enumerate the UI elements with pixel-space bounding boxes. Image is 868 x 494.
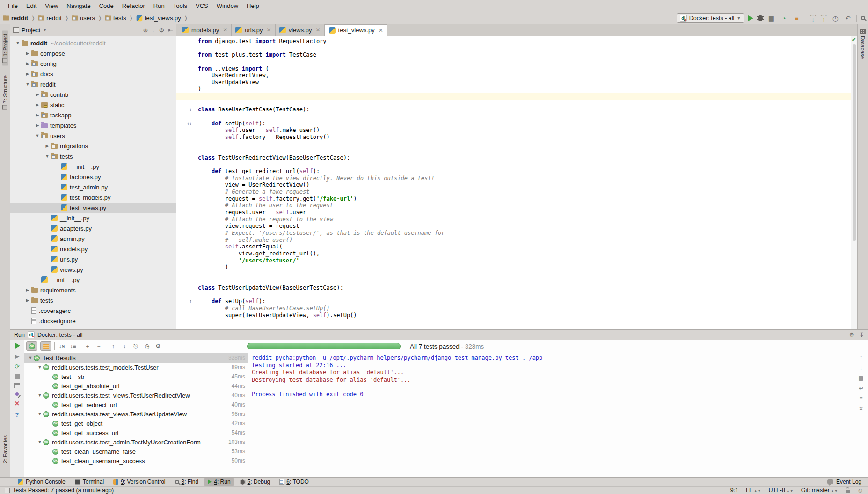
tab-models-py[interactable]: models.py✕	[178, 24, 232, 36]
menu-vcs[interactable]: VCS	[191, 2, 212, 9]
tree-item-urls-py[interactable]: urls.py	[10, 254, 176, 264]
run-button[interactable]	[748, 15, 753, 21]
collapse-all-icon[interactable]: −	[95, 343, 103, 349]
tree-item-docs[interactable]: ▶docs	[10, 69, 176, 79]
test-result-test-clean-username-success[interactable]: OKtest_clean_username_success50ms	[24, 456, 248, 465]
code-line-26[interactable]: request.user = self.user	[176, 209, 851, 216]
tree-item-migrations[interactable]: ▶migrations	[10, 141, 176, 151]
code-line-34[interactable]: )	[176, 264, 851, 271]
tree-item-factories-py[interactable]: factories.py	[10, 172, 176, 182]
tool-window-button-terminal[interactable]: Terminal	[71, 478, 108, 486]
code-line-8[interactable]: )	[176, 86, 851, 93]
tree-item-tests[interactable]: ▶tests	[10, 295, 176, 305]
code-line-37[interactable]: class TestUserUpdateView(BaseUserTestCas…	[176, 284, 851, 291]
vcs-update-button[interactable]: VCS↓	[810, 14, 816, 22]
test-result-reddit-users-tests-test-views-testuserupdateview[interactable]: ▼OKreddit.users.tests.test_views.TestUse…	[24, 409, 248, 419]
tree-collapse-arrow[interactable]: ▼	[44, 154, 51, 159]
tool-window-button-5-debug[interactable]: 5: Debug	[236, 478, 274, 486]
code-line-16[interactable]	[176, 141, 851, 148]
test-result-test-get-success-url[interactable]: OKtest_get_success_url54ms	[24, 428, 248, 437]
test-result-test-get-absolute-url[interactable]: OKtest_get_absolute_url44ms	[24, 381, 248, 391]
collapse-all-icon[interactable]: ÷	[152, 27, 155, 34]
code-line-20[interactable]: def test_get_redirect_url(self):	[176, 168, 851, 175]
editor-scrollbar[interactable]: ✔	[851, 36, 857, 329]
git-branch-widget[interactable]: Git: master▲▼	[801, 487, 838, 494]
sort-by-duration-icon[interactable]: ↓≡	[69, 343, 77, 349]
scroll-to-end-icon[interactable]: ≡	[859, 395, 862, 402]
code-line-3[interactable]: from test_plus.test import TestCase	[176, 51, 851, 58]
code-line-27[interactable]: # Attach the request to the view	[176, 216, 851, 223]
code-line-15[interactable]: self.factory = RequestFactory()	[176, 134, 851, 141]
code-line-29[interactable]: # Expect: '/users/testuser/', as that is…	[176, 230, 851, 237]
tree-item-static[interactable]: ▶static	[10, 100, 176, 110]
tree-collapse-arrow[interactable]: ▼	[24, 82, 31, 87]
tree-item--init-py[interactable]: __init__.py	[10, 213, 176, 223]
tree-item-views-py[interactable]: views.py	[10, 264, 176, 275]
tree-item--dockerignore[interactable]: .dockerignore	[10, 316, 176, 326]
code-line-35[interactable]	[176, 271, 851, 278]
tool-window-button-9-version-control[interactable]: 9: Version Control	[109, 478, 169, 486]
gear-icon[interactable]: ⚙	[849, 331, 854, 338]
code-line-33[interactable]: '/users/testuser/'	[176, 257, 851, 264]
code-line-18[interactable]: class TestUserRedirectView(BaseUserTestC…	[176, 154, 851, 161]
restore-layout-icon[interactable]	[14, 383, 20, 388]
locate-file-icon[interactable]: ⊕	[143, 27, 148, 34]
code-line-24[interactable]: request = self.factory.get('/fake-url')	[176, 196, 851, 203]
code-line-28[interactable]: view.request = request	[176, 223, 851, 230]
project-panel-title[interactable]: Project	[22, 27, 40, 34]
code-line-1[interactable]: from django.test import RequestFactory	[176, 38, 851, 45]
code-line-32[interactable]: view.get_redirect_url(),	[176, 250, 851, 257]
tree-item-admin-py[interactable]: admin.py	[10, 233, 176, 244]
code-line-40[interactable]: # call BaseUserTestCase.setUp()	[176, 305, 851, 312]
test-result-test-str-[interactable]: OKtest__str__45ms	[24, 372, 248, 381]
breadcrumb-item[interactable]: users	[72, 15, 95, 22]
tree-item-reddit[interactable]: ▼reddit	[10, 79, 176, 89]
code-line-36[interactable]	[176, 277, 851, 284]
scroll-up-icon[interactable]: ↑	[860, 354, 862, 361]
rerun-failed-tests-icon[interactable]: ▶	[15, 353, 20, 359]
test-result-test-get-object[interactable]: OKtest_get_object42ms	[24, 419, 248, 428]
test-result-reddit-users-tests-test-admin-testmyusercreationform[interactable]: ▼OKreddit.users.tests.test_admin.TestMyU…	[24, 437, 248, 447]
test-result-reddit-users-tests-test-models-testuser[interactable]: ▼OKreddit.users.tests.test_models.TestUs…	[24, 363, 248, 372]
code-line-12[interactable]	[176, 113, 851, 120]
code-line-14[interactable]: self.user = self.make_user()	[176, 127, 851, 134]
caret-position[interactable]: 9:1	[730, 487, 738, 494]
tree-collapse-arrow[interactable]: ▼	[36, 393, 43, 398]
test-result-test-get-redirect-url[interactable]: OKtest_get_redirect_url40ms	[24, 400, 248, 409]
code-line-30[interactable]: # self.make_user()	[176, 237, 851, 244]
event-log-button[interactable]: Event Log	[836, 479, 861, 485]
tree-collapse-arrow[interactable]: ▼	[27, 356, 34, 360]
debug-button[interactable]	[758, 15, 763, 21]
tree-expand-arrow[interactable]: ▶	[24, 288, 31, 292]
close-icon[interactable]: ✕	[379, 27, 383, 34]
split-view-icon[interactable]: ▤	[858, 375, 863, 381]
previous-test-icon[interactable]: ↑	[109, 343, 117, 349]
code-line-9[interactable]	[176, 93, 851, 100]
tree-item--init-py[interactable]: __init__.py	[10, 275, 176, 285]
highlighting-level-icon[interactable]: ☺	[857, 487, 863, 494]
export-test-results-icon[interactable]: ⎋	[131, 343, 140, 349]
scroll-down-icon[interactable]: ↓	[860, 364, 862, 371]
scrollbar-thumb[interactable]	[853, 44, 856, 241]
close-icon[interactable]: ✕	[267, 27, 271, 33]
tree-expand-arrow[interactable]: ▶	[24, 51, 31, 56]
code-line-39[interactable]: ↑ def setUp(self):	[176, 298, 851, 305]
tree-collapse-arrow[interactable]: ▼	[34, 133, 41, 138]
tree-collapse-arrow[interactable]: ▼	[36, 365, 43, 370]
show-passed-toggle[interactable]: OK	[26, 341, 37, 351]
encoding-widget[interactable]: UTF-8▲▼	[768, 487, 793, 494]
code-line-22[interactable]: view = UserRedirectView()	[176, 182, 851, 189]
code-line-25[interactable]: # Attach the user to the request	[176, 202, 851, 209]
menu-code[interactable]: Code	[95, 2, 118, 9]
tree-item-templates[interactable]: ▶templates	[10, 120, 176, 131]
menu-help[interactable]: Help	[242, 2, 263, 9]
tree-expand-arrow[interactable]: ▶	[34, 113, 41, 117]
menu-navigate[interactable]: Navigate	[62, 2, 95, 9]
menu-tools[interactable]: Tools	[169, 2, 191, 9]
code-line-2[interactable]	[176, 45, 851, 52]
sort-alphabetically-icon[interactable]: ↓a	[58, 343, 66, 349]
vcs-commit-button[interactable]: VCS↑	[820, 14, 827, 22]
rerun-button[interactable]	[15, 342, 20, 349]
tree-item-contrib[interactable]: ▶contrib	[10, 89, 176, 100]
code-line-19[interactable]	[176, 161, 851, 168]
